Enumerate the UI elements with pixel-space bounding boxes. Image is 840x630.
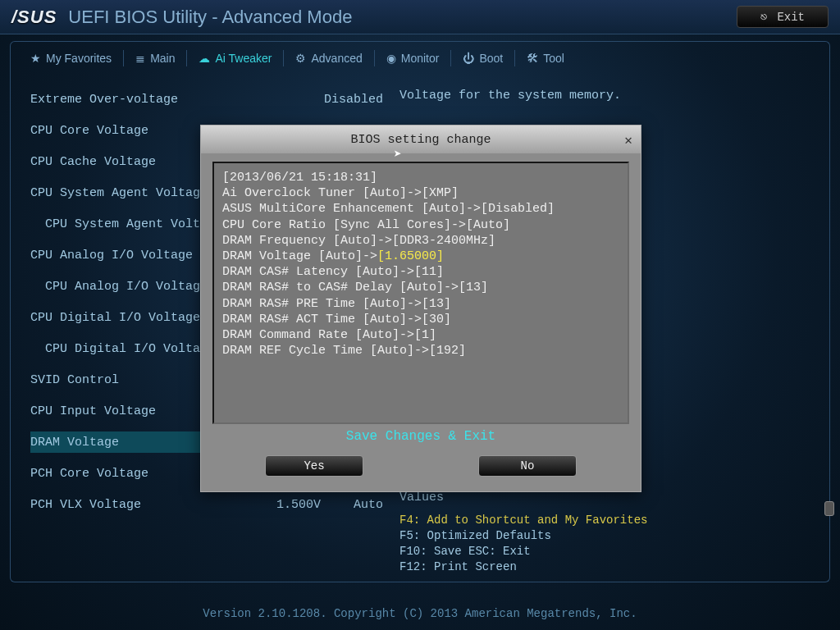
tab-label: Ai Tweaker [215,52,272,65]
exit-icon: ⎋ [760,10,767,24]
tab-icon: ⚙ [295,52,306,65]
tab-monitor[interactable]: ◉Monitor [375,47,451,70]
footer-copyright: Version 2.10.1208. Copyright (C) 2013 Am… [0,607,840,620]
tab-label: Main [150,52,175,65]
scrollbar-handle[interactable] [824,501,834,516]
yes-button[interactable]: Yes [265,455,363,477]
help-line: Values [399,491,810,504]
tab-label: Advanced [311,52,362,65]
app-title: UEFI BIOS Utility - Advanced Mode [68,7,352,28]
tab-icon: ◉ [386,52,396,65]
setting-row[interactable]: PCH VLX Voltage1.500VAuto [30,494,383,515]
tab-icon: ⏻ [463,52,474,65]
setting-value[interactable]: Disabled [324,93,383,107]
setting-label: Extreme Over-voltage [30,93,324,107]
tab-icon: 🛠 [527,52,538,65]
tab-ai-tweaker[interactable]: ☁Ai Tweaker [187,47,283,70]
setting-row[interactable]: Extreme Over-voltageDisabled [30,89,383,110]
brand-logo: /SUS [11,7,57,28]
setting-input[interactable]: Auto [354,498,383,512]
hotkey-f4: F4: Add to Shortcut and My Favorites [399,513,810,528]
tab-boot[interactable]: ⏻Boot [451,47,514,70]
dialog-title: BIOS setting change [350,133,491,147]
bios-change-dialog: BIOS setting change ✕ [2013/06/21 15:18:… [200,125,641,492]
hotkey-f12: F12: Print Screen [399,559,810,575]
dialog-title-bar: BIOS setting change ✕ [201,126,641,153]
tab-icon: ★ [30,52,41,65]
dialog-prompt: Save Changes & Exit [201,429,641,444]
hotkeys: F4: Add to Shortcut and My Favorites F5:… [399,513,810,575]
help-text: Voltage for the system memory. [399,89,810,103]
top-bar: /SUS UEFI BIOS Utility - Advanced Mode ⎋… [0,0,840,34]
setting-label: PCH VLX Voltage [30,498,227,512]
hotkey-f5: F5: Optimized Defaults [399,528,810,544]
tab-label: Boot [479,52,503,65]
tab-icon: ≣ [135,52,145,65]
tab-main[interactable]: ≣Main [124,47,186,70]
dialog-body: [2013/06/21 15:18:31]Ai Overclock Tuner … [212,162,629,424]
tab-label: Tool [543,52,564,65]
setting-value: 1.500V [276,498,321,512]
exit-label: Exit [777,11,805,24]
exit-button[interactable]: ⎋ Exit [737,6,829,28]
tab-label: My Favorites [46,52,112,65]
tab-my-favorites[interactable]: ★My Favorites [19,47,123,70]
tab-icon: ☁ [199,52,210,65]
tab-bar: ★My Favorites≣Main☁Ai Tweaker⚙Advanced◉M… [10,41,830,74]
tab-advanced[interactable]: ⚙Advanced [284,47,373,70]
hotkey-f10: F10: Save ESC: Exit [399,544,810,559]
tab-tool[interactable]: 🛠Tool [515,47,576,70]
no-button[interactable]: No [478,455,577,477]
tab-label: Monitor [401,52,440,65]
close-icon[interactable]: ✕ [624,132,632,148]
